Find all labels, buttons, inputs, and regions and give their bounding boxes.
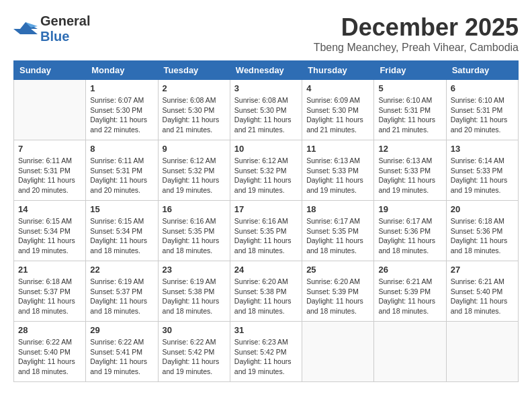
day-number: 3 xyxy=(234,83,298,93)
calendar-cell: 20Sunrise: 6:18 AMSunset: 5:36 PMDayligh… xyxy=(446,201,518,261)
cell-info: Sunrise: 6:20 AMSunset: 5:38 PMDaylight:… xyxy=(234,277,298,316)
cell-info: Sunrise: 6:21 AMSunset: 5:40 PMDaylight:… xyxy=(451,277,514,316)
day-number: 6 xyxy=(451,83,514,93)
cell-info: Sunrise: 6:22 AMSunset: 5:40 PMDaylight:… xyxy=(18,337,81,377)
column-header-monday: Monday xyxy=(86,61,158,80)
calendar-cell: 12Sunrise: 6:13 AMSunset: 5:33 PMDayligh… xyxy=(374,140,446,201)
svg-marker-0 xyxy=(13,22,38,34)
cell-info: Sunrise: 6:12 AMSunset: 5:32 PMDaylight:… xyxy=(163,156,226,195)
month-year-title: December 2025 xyxy=(314,13,519,42)
column-header-tuesday: Tuesday xyxy=(158,61,230,80)
calendar-cell: 6Sunrise: 6:10 AMSunset: 5:31 PMDaylight… xyxy=(446,80,518,140)
week-row-5: 28Sunrise: 6:22 AMSunset: 5:40 PMDayligh… xyxy=(14,322,519,382)
cell-info: Sunrise: 6:18 AMSunset: 5:37 PMDaylight:… xyxy=(18,277,81,316)
calendar-cell: 16Sunrise: 6:16 AMSunset: 5:35 PMDayligh… xyxy=(158,201,230,261)
day-number: 26 xyxy=(378,265,441,275)
calendar-cell: 27Sunrise: 6:21 AMSunset: 5:40 PMDayligh… xyxy=(446,261,518,322)
calendar-cell: 15Sunrise: 6:15 AMSunset: 5:34 PMDayligh… xyxy=(86,201,158,261)
calendar-cell: 31Sunrise: 6:23 AMSunset: 5:42 PMDayligh… xyxy=(230,322,302,382)
calendar-cell: 11Sunrise: 6:13 AMSunset: 5:33 PMDayligh… xyxy=(302,140,374,201)
day-number: 4 xyxy=(306,83,369,93)
cell-info: Sunrise: 6:10 AMSunset: 5:31 PMDaylight:… xyxy=(451,95,514,135)
calendar-cell: 22Sunrise: 6:19 AMSunset: 5:37 PMDayligh… xyxy=(86,261,158,322)
cell-info: Sunrise: 6:13 AMSunset: 5:33 PMDaylight:… xyxy=(306,156,369,195)
cell-info: Sunrise: 6:22 AMSunset: 5:42 PMDaylight:… xyxy=(163,337,226,377)
day-number: 24 xyxy=(234,265,298,275)
day-number: 19 xyxy=(378,204,441,214)
calendar-cell: 19Sunrise: 6:17 AMSunset: 5:36 PMDayligh… xyxy=(374,201,446,261)
calendar-cell: 8Sunrise: 6:11 AMSunset: 5:31 PMDaylight… xyxy=(86,140,158,201)
calendar-cell: 13Sunrise: 6:14 AMSunset: 5:33 PMDayligh… xyxy=(446,140,518,201)
cell-info: Sunrise: 6:10 AMSunset: 5:31 PMDaylight:… xyxy=(378,95,441,135)
calendar-cell: 10Sunrise: 6:12 AMSunset: 5:32 PMDayligh… xyxy=(230,140,302,201)
calendar-cell: 30Sunrise: 6:22 AMSunset: 5:42 PMDayligh… xyxy=(158,322,230,382)
logo-text: General Blue xyxy=(40,13,90,44)
calendar-cell: 25Sunrise: 6:20 AMSunset: 5:39 PMDayligh… xyxy=(302,261,374,322)
cell-info: Sunrise: 6:13 AMSunset: 5:33 PMDaylight:… xyxy=(378,156,441,195)
calendar-cell: 17Sunrise: 6:16 AMSunset: 5:35 PMDayligh… xyxy=(230,201,302,261)
day-number: 10 xyxy=(234,144,298,154)
cell-info: Sunrise: 6:11 AMSunset: 5:31 PMDaylight:… xyxy=(18,156,81,195)
day-number: 2 xyxy=(163,83,226,93)
day-number: 7 xyxy=(18,144,81,154)
cell-info: Sunrise: 6:12 AMSunset: 5:32 PMDaylight:… xyxy=(234,156,298,195)
page-header: General Blue December 2025 Tbeng Meanche… xyxy=(13,13,519,54)
calendar-cell: 2Sunrise: 6:08 AMSunset: 5:30 PMDaylight… xyxy=(158,80,230,140)
title-section: December 2025 Tbeng Meanchey, Preah Vihe… xyxy=(314,13,519,54)
calendar-cell: 28Sunrise: 6:22 AMSunset: 5:40 PMDayligh… xyxy=(14,322,86,382)
day-number: 17 xyxy=(234,204,298,214)
day-number: 22 xyxy=(90,265,153,275)
cell-info: Sunrise: 6:20 AMSunset: 5:39 PMDaylight:… xyxy=(306,277,369,316)
cell-info: Sunrise: 6:16 AMSunset: 5:35 PMDaylight:… xyxy=(163,216,226,256)
calendar-cell: 23Sunrise: 6:19 AMSunset: 5:38 PMDayligh… xyxy=(158,261,230,322)
cell-info: Sunrise: 6:22 AMSunset: 5:41 PMDaylight:… xyxy=(90,337,153,377)
calendar-cell xyxy=(14,80,86,140)
day-number: 5 xyxy=(378,83,441,93)
week-row-3: 14Sunrise: 6:15 AMSunset: 5:34 PMDayligh… xyxy=(14,201,519,261)
column-header-friday: Friday xyxy=(374,61,446,80)
logo: General Blue xyxy=(13,13,90,44)
cell-info: Sunrise: 6:17 AMSunset: 5:35 PMDaylight:… xyxy=(306,216,369,256)
cell-info: Sunrise: 6:23 AMSunset: 5:42 PMDaylight:… xyxy=(234,337,298,377)
cell-info: Sunrise: 6:11 AMSunset: 5:31 PMDaylight:… xyxy=(90,156,153,195)
column-header-sunday: Sunday xyxy=(14,61,86,80)
cell-info: Sunrise: 6:14 AMSunset: 5:33 PMDaylight:… xyxy=(451,156,514,195)
day-number: 25 xyxy=(306,265,369,275)
column-header-thursday: Thursday xyxy=(302,61,374,80)
cell-info: Sunrise: 6:19 AMSunset: 5:38 PMDaylight:… xyxy=(163,277,226,316)
calendar-cell: 4Sunrise: 6:09 AMSunset: 5:30 PMDaylight… xyxy=(302,80,374,140)
week-row-2: 7Sunrise: 6:11 AMSunset: 5:31 PMDaylight… xyxy=(14,140,519,201)
calendar-cell: 5Sunrise: 6:10 AMSunset: 5:31 PMDaylight… xyxy=(374,80,446,140)
cell-info: Sunrise: 6:18 AMSunset: 5:36 PMDaylight:… xyxy=(451,216,514,256)
cell-info: Sunrise: 6:08 AMSunset: 5:30 PMDaylight:… xyxy=(163,95,226,135)
day-number: 12 xyxy=(378,144,441,154)
day-number: 28 xyxy=(18,325,81,335)
day-number: 29 xyxy=(90,325,153,335)
day-number: 21 xyxy=(18,265,81,275)
calendar-header-row: SundayMondayTuesdayWednesdayThursdayFrid… xyxy=(14,61,519,80)
day-number: 16 xyxy=(163,204,226,214)
logo-bird-icon xyxy=(13,19,38,38)
calendar-cell xyxy=(302,322,374,382)
cell-info: Sunrise: 6:08 AMSunset: 5:30 PMDaylight:… xyxy=(234,95,298,135)
column-header-wednesday: Wednesday xyxy=(230,61,302,80)
calendar-cell xyxy=(446,322,518,382)
calendar-cell: 7Sunrise: 6:11 AMSunset: 5:31 PMDaylight… xyxy=(14,140,86,201)
week-row-1: 1Sunrise: 6:07 AMSunset: 5:30 PMDaylight… xyxy=(14,80,519,140)
day-number: 20 xyxy=(451,204,514,214)
cell-info: Sunrise: 6:15 AMSunset: 5:34 PMDaylight:… xyxy=(90,216,153,256)
calendar-cell: 1Sunrise: 6:07 AMSunset: 5:30 PMDaylight… xyxy=(86,80,158,140)
cell-info: Sunrise: 6:09 AMSunset: 5:30 PMDaylight:… xyxy=(306,95,369,135)
day-number: 9 xyxy=(163,144,226,154)
cell-info: Sunrise: 6:17 AMSunset: 5:36 PMDaylight:… xyxy=(378,216,441,256)
location-subtitle: Tbeng Meanchey, Preah Vihear, Cambodia xyxy=(314,42,519,54)
calendar-cell xyxy=(374,322,446,382)
calendar-cell: 9Sunrise: 6:12 AMSunset: 5:32 PMDaylight… xyxy=(158,140,230,201)
day-number: 18 xyxy=(306,204,369,214)
calendar-cell: 21Sunrise: 6:18 AMSunset: 5:37 PMDayligh… xyxy=(14,261,86,322)
cell-info: Sunrise: 6:21 AMSunset: 5:39 PMDaylight:… xyxy=(378,277,441,316)
cell-info: Sunrise: 6:15 AMSunset: 5:34 PMDaylight:… xyxy=(18,216,81,256)
day-number: 11 xyxy=(306,144,369,154)
calendar-table: SundayMondayTuesdayWednesdayThursdayFrid… xyxy=(13,60,519,382)
week-row-4: 21Sunrise: 6:18 AMSunset: 5:37 PMDayligh… xyxy=(14,261,519,322)
